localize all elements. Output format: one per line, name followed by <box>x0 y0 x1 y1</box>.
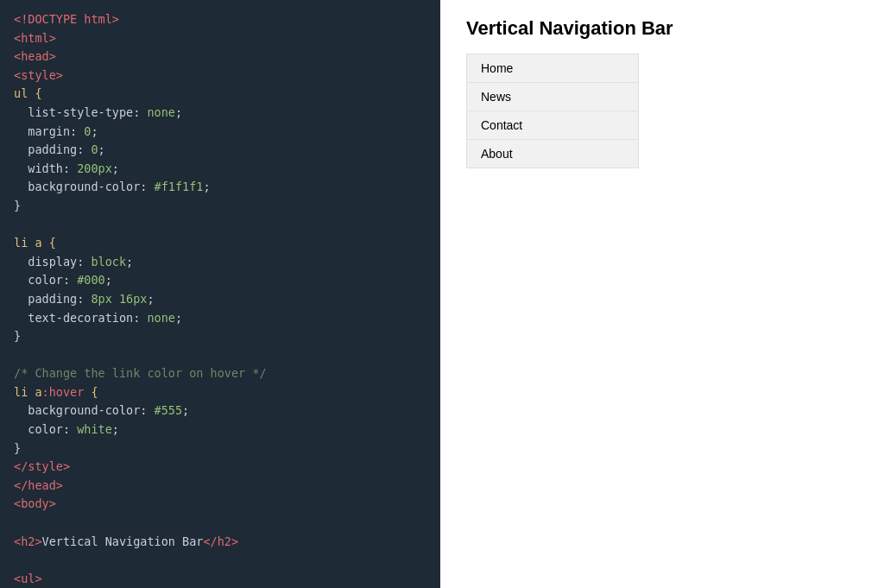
code-line: } <box>14 439 426 458</box>
code-line: list-style-type: none; <box>14 104 426 123</box>
list-item: About <box>467 139 638 168</box>
code-line: text-decoration: none; <box>14 309 426 328</box>
nav-link[interactable]: Home <box>467 54 638 82</box>
code-line: background-color: #555; <box>14 401 426 420</box>
code-line: <!DOCTYPE html> <box>14 10 426 29</box>
code-line: li a:hover { <box>14 383 426 402</box>
code-editor: <!DOCTYPE html><html><head><style>ul { l… <box>0 0 440 588</box>
code-line: </head> <box>14 477 426 496</box>
code-line: li a { <box>14 234 426 253</box>
nav-link[interactable]: About <box>467 140 638 168</box>
code-line: } <box>14 197 426 216</box>
code-line: background-color: #f1f1f1; <box>14 178 426 197</box>
code-line: <h2>Vertical Navigation Bar</h2> <box>14 533 426 552</box>
code-line: <head> <box>14 47 426 66</box>
code-line: color: white; <box>14 420 426 439</box>
code-line: width: 200px; <box>14 160 426 179</box>
preview-title: Vertical Navigation Bar <box>466 17 852 40</box>
code-line: } <box>14 327 426 346</box>
preview-panel: Vertical Navigation Bar HomeNewsContactA… <box>440 0 878 588</box>
nav-list: HomeNewsContactAbout <box>466 54 639 168</box>
code-line: </style> <box>14 458 426 477</box>
nav-link[interactable]: Contact <box>467 111 638 139</box>
list-item: Contact <box>467 111 638 139</box>
list-item: News <box>467 82 638 111</box>
code-line: margin: 0; <box>14 123 426 142</box>
code-line <box>14 346 426 365</box>
code-line: /* Change the link color on hover */ <box>14 364 426 383</box>
code-line: <body> <box>14 495 426 514</box>
code-line: padding: 8px 16px; <box>14 290 426 309</box>
code-line: <ul> <box>14 570 426 588</box>
list-item: Home <box>467 54 638 82</box>
code-line <box>14 551 426 570</box>
code-line: <html> <box>14 29 426 48</box>
nav-link[interactable]: News <box>467 83 638 111</box>
code-line: <style> <box>14 66 426 85</box>
code-line <box>14 514 426 533</box>
code-line <box>14 216 426 235</box>
code-line: display: block; <box>14 253 426 272</box>
code-line: ul { <box>14 85 426 104</box>
code-line: color: #000; <box>14 271 426 290</box>
code-line: padding: 0; <box>14 141 426 160</box>
